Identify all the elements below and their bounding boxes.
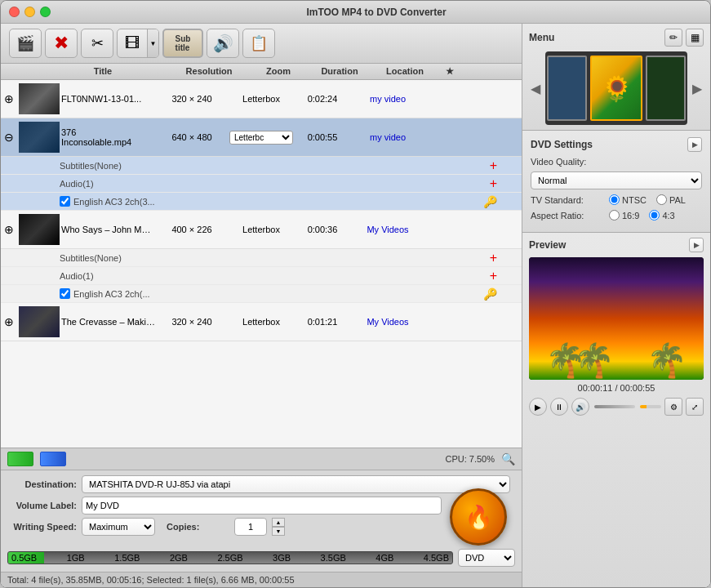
preview-section: Preview ▶ 🌴 🌴 🌴 00:00:11 / 00:00:55 ▶ ⏸ … [522,233,710,587]
preview-title: Preview [529,239,566,251]
video-quality-label: Video Quality: [531,157,604,167]
add-subtitle-button-2[interactable]: + [490,158,497,173]
storage-label-1: 1GB [67,553,85,563]
playback-slider[interactable] [640,405,661,408]
speed-copies-row: Writing Speed: Maximum High Medium Low C… [7,518,442,536]
film-thumb-1[interactable] [547,56,587,121]
preview-settings-button[interactable]: ⚙ [664,398,682,416]
audio-track-settings-3[interactable]: 🔑 [483,287,497,301]
ratio-16-9-radio[interactable] [609,210,620,220]
ntsc-label: NTSC [622,195,647,205]
table-row[interactable]: ⊕ Who Says – John Mayer.mp4 400 × 226 Le… [1,211,522,249]
ratio-16-9-option[interactable]: 16:9 [609,210,639,220]
magnifier-icon[interactable]: 🔍 [501,452,515,466]
add-subtitle-button-3[interactable]: + [490,251,497,265]
dvd-settings-expand-button[interactable]: ▶ [687,137,702,152]
speed-label: Writing Speed: [7,522,77,532]
col-resolution-header: Resolution [172,66,246,77]
audio-button[interactable]: 🔊 [207,29,239,58]
status-bar: Total: 4 file(s), 35.85MB, 00:05:16; Sel… [1,572,522,587]
copies-stepper[interactable]: ▲ ▼ [272,518,285,536]
volume-input[interactable] [82,497,442,514]
film-icon: 🎬 [16,34,34,52]
chapter-button[interactable]: 🎞 ▼ [117,29,159,58]
traffic-lights [9,7,51,17]
right-panel: Menu ✏ ▦ ◀ [522,24,710,587]
preview-controls: ▶ ⏸ 🔊 ⚙ ⤢ [529,398,704,416]
destination-select[interactable]: MATSHITA DVD-R UJ-85J via atapi [82,475,510,493]
storage-bar: 0.5GB 1GB 1.5GB 2GB 2.5GB 3GB 3.5GB 4GB … [7,551,453,564]
row-location-1[interactable]: my video [351,94,424,104]
burn-button[interactable]: 🔥 [450,488,507,546]
copies-up-button[interactable]: ▲ [272,518,285,527]
add-audio-button-2[interactable]: + [490,176,497,191]
row-location-2[interactable]: my video [351,132,424,142]
minimize-button[interactable] [24,7,35,17]
film-thumb-3[interactable] [646,56,686,121]
row-location-4[interactable]: My Videos [351,317,424,327]
format-select[interactable]: DVD DVD-DL Blu-ray [458,549,515,567]
copies-down-button[interactable]: ▼ [272,527,285,536]
destination-row: Destination: MATSHITA DVD-R UJ-85J via a… [7,475,515,493]
expand-icon-2[interactable]: ⊖ [1,131,17,144]
subtitles-row-2: Subtitles(None) + [1,157,522,175]
add-audio-button-3[interactable]: + [490,269,497,283]
volume-button[interactable]: 🔊 [571,398,589,416]
ratio-4-3-radio[interactable] [649,210,660,220]
add-video-button[interactable]: 🎬 [9,29,42,58]
pause-button[interactable]: ⏸ [550,398,568,416]
film-strip: 🌻 [545,51,687,125]
dvd-settings-section: DVD Settings ▶ Video Quality: Normal Hig… [522,131,710,233]
pal-option[interactable]: PAL [656,194,686,205]
row-location-3[interactable]: My Videos [351,225,424,234]
edit-button[interactable]: ✂ [81,29,113,58]
chapter-arrow-icon[interactable]: ▼ [147,29,158,58]
ntsc-radio[interactable] [609,194,620,205]
palm-tree-center: 🌴 [574,341,615,380]
sunset-background: 🌴 🌴 🌴 [529,257,704,380]
delete-button[interactable]: ✖ [45,29,78,58]
expand-icon-4[interactable]: ⊕ [1,315,17,328]
preview-fullscreen-button[interactable]: ⤢ [686,398,704,416]
bottom-controls: Destination: MATSHITA DVD-R UJ-85J via a… [1,470,522,572]
cpu-usage: CPU: 7.50% [445,454,495,464]
maximize-button[interactable] [40,7,51,17]
expand-icon-1[interactable]: ⊕ [1,92,17,105]
expand-icon-3[interactable]: ⊕ [1,223,17,236]
table-row[interactable]: ⊖ 376Inconsolable.mp4 640 × 480 Letterbc… [1,118,522,157]
row-title-1: FLT0NNW1-13-01... [61,94,155,104]
video-quality-select[interactable]: Normal High Low Customize [531,172,702,189]
thumbnail-4 [19,306,60,337]
prev-menu-button[interactable]: ◀ [529,79,542,98]
menu-layout-button[interactable]: 📋 [242,29,275,58]
copies-input[interactable] [234,518,267,536]
preview-expand-button[interactable]: ▶ [689,238,704,252]
ratio-4-3-label: 4:3 [662,211,674,220]
audio-track-label-2: English AC3 2ch(3... [73,197,155,207]
row-zoom-2[interactable]: Letterbc Letterbox Pan&Scan Full Screen [229,131,294,145]
row-zoom-3: Letterbox [229,225,294,234]
audio-track-settings-2[interactable]: 🔑 [483,195,497,208]
activity-bar: CPU: 7.50% 🔍 [1,448,522,470]
next-menu-button[interactable]: ▶ [691,79,704,98]
zoom-select-2[interactable]: Letterbc Letterbox Pan&Scan Full Screen [229,131,293,145]
volume-slider[interactable] [594,405,635,408]
subtitle-button[interactable]: Subtitle [162,29,203,58]
speed-select[interactable]: Maximum High Medium Low [82,518,155,536]
play-button[interactable]: ▶ [529,398,547,416]
ntsc-option[interactable]: NTSC [609,194,647,205]
menu-edit-button[interactable]: ✏ [664,29,682,47]
close-button[interactable] [9,7,20,17]
table-row[interactable]: ⊕ The Crevasse – Making of 3D Stre... 32… [1,303,522,341]
subtitle-icon: Subtitle [176,34,191,52]
pal-radio[interactable] [656,194,667,205]
menu-grid-button[interactable]: ▦ [686,29,704,47]
audio-track-2[interactable]: English AC3 2ch(3... [60,196,483,207]
table-row[interactable]: ⊕ FLT0NNW1-13-01... 320 × 240 Letterbox … [1,80,522,118]
preview-time: 00:00:11 / 00:00:55 [529,383,704,393]
ratio-4-3-option[interactable]: 4:3 [649,210,674,220]
film-thumb-main[interactable]: 🌻 [590,56,643,121]
audio-track-checkbox-3[interactable] [60,288,70,299]
audio-track-checkbox-2[interactable] [60,196,70,207]
audio-track-3[interactable]: English AC3 2ch(... [60,288,483,299]
